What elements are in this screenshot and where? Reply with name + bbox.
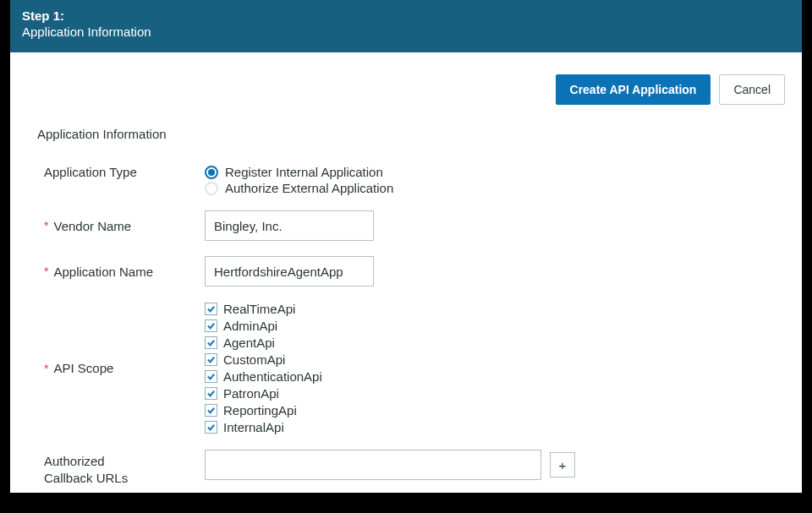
label-text-callback-line1: Authorized bbox=[44, 453, 205, 470]
callback-url-input[interactable] bbox=[205, 450, 541, 480]
scope-reportingapi[interactable]: ReportingApi bbox=[205, 403, 776, 417]
radio-label: Register Internal Application bbox=[225, 165, 383, 179]
required-marker: * bbox=[44, 219, 48, 232]
field-callback-urls: + bbox=[205, 450, 776, 480]
scope-realtimeapi[interactable]: RealTimeApi bbox=[205, 302, 776, 316]
field-api-scope: RealTimeApi AdminApi AgentApi CustomApi bbox=[205, 302, 776, 434]
label-text-application-type: Application Type bbox=[44, 165, 137, 179]
action-bar: Create API Application Cancel bbox=[10, 52, 802, 105]
label-application-name: * Application Name bbox=[36, 265, 205, 279]
row-api-scope: * API Scope RealTimeApi AdminApi AgentA bbox=[36, 302, 776, 434]
application-name-input[interactable] bbox=[205, 256, 374, 287]
scope-label: InternalApi bbox=[223, 420, 284, 434]
scope-label: AdminApi bbox=[223, 319, 277, 333]
field-vendor-name bbox=[205, 210, 776, 241]
scope-internalapi[interactable]: InternalApi bbox=[205, 420, 776, 434]
checkbox-icon bbox=[205, 303, 217, 315]
row-callback-urls: Authorized Callback URLs + bbox=[36, 450, 776, 486]
label-text-callback-line2: Callback URLs bbox=[44, 470, 205, 487]
required-marker: * bbox=[44, 265, 48, 278]
content-area: Application Information Application Type… bbox=[10, 105, 802, 486]
label-text-vendor-name: Vendor Name bbox=[53, 219, 131, 233]
checkbox-icon bbox=[205, 336, 217, 349]
scope-patronapi[interactable]: PatronApi bbox=[205, 386, 776, 401]
cancel-button[interactable]: Cancel bbox=[719, 74, 785, 105]
add-callback-url-button[interactable]: + bbox=[550, 452, 575, 478]
api-scope-list: RealTimeApi AdminApi AgentApi CustomApi bbox=[205, 302, 776, 434]
required-marker: * bbox=[44, 362, 48, 375]
row-vendor-name: * Vendor Name bbox=[36, 210, 776, 241]
row-application-type: Application Type Register Internal Appli… bbox=[36, 165, 776, 195]
scope-label: PatronApi bbox=[223, 386, 279, 401]
checkbox-icon bbox=[205, 421, 217, 434]
step-number: Step 1: bbox=[22, 8, 790, 23]
label-text-api-scope: API Scope bbox=[53, 361, 113, 375]
label-text-application-name: Application Name bbox=[53, 265, 153, 279]
label-application-type: Application Type bbox=[36, 165, 205, 179]
create-api-application-button[interactable]: Create API Application bbox=[556, 74, 711, 105]
scope-agentapi[interactable]: AgentApi bbox=[205, 336, 776, 350]
scope-authenticationapi[interactable]: AuthenticationApi bbox=[205, 369, 776, 384]
scope-label: AgentApi bbox=[223, 336, 275, 350]
vendor-name-input[interactable] bbox=[205, 210, 374, 241]
app-frame: Step 1: Application Information Create A… bbox=[10, 0, 802, 493]
scope-label: AuthenticationApi bbox=[223, 369, 322, 384]
radio-authorize-external[interactable]: Authorize External Application bbox=[205, 181, 776, 195]
application-type-radio-group: Register Internal Application Authorize … bbox=[205, 165, 776, 195]
checkbox-icon bbox=[205, 319, 217, 332]
label-vendor-name: * Vendor Name bbox=[36, 219, 205, 233]
label-api-scope: * API Scope bbox=[36, 361, 205, 375]
section-title: Application Information bbox=[37, 127, 776, 141]
callback-url-wrap: + bbox=[205, 450, 776, 480]
row-application-name: * Application Name bbox=[36, 256, 776, 287]
scope-adminapi[interactable]: AdminApi bbox=[205, 319, 776, 333]
checkbox-icon bbox=[205, 404, 217, 417]
step-header: Step 1: Application Information bbox=[10, 0, 802, 52]
radio-icon bbox=[205, 182, 218, 195]
scope-label: ReportingApi bbox=[223, 403, 297, 417]
checkbox-icon bbox=[205, 353, 217, 366]
scope-label: CustomApi bbox=[223, 352, 285, 367]
scope-label: RealTimeApi bbox=[223, 302, 295, 316]
radio-register-internal[interactable]: Register Internal Application bbox=[205, 165, 776, 179]
radio-icon bbox=[205, 166, 218, 179]
field-application-type: Register Internal Application Authorize … bbox=[205, 165, 776, 195]
checkbox-icon bbox=[205, 387, 217, 400]
field-application-name bbox=[205, 256, 776, 287]
checkbox-icon bbox=[205, 370, 217, 383]
label-callback-urls: Authorized Callback URLs bbox=[36, 450, 205, 486]
step-subtitle: Application Information bbox=[22, 25, 790, 39]
scope-customapi[interactable]: CustomApi bbox=[205, 352, 776, 367]
radio-label: Authorize External Application bbox=[225, 181, 393, 195]
